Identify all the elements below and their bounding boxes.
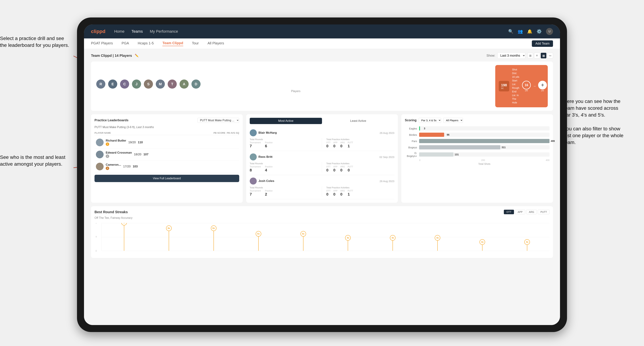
bar-container-birdies: 96 (419, 133, 550, 137)
subnav-hcaps[interactable]: Hcaps 1-5 (138, 41, 154, 46)
tab-least-active[interactable]: Least Active (322, 118, 394, 124)
three-columns: Practice Leaderboards PUTT Must Make Put… (91, 114, 553, 203)
bar-label-dbogeys: D. Bogeys+ (405, 152, 417, 158)
subnav-pgat[interactable]: PGAT Players (91, 41, 113, 46)
bell-icon[interactable]: 🔔 (527, 29, 532, 34)
bar-value-bogeys: 311 (502, 146, 506, 149)
player-act-avatar (250, 177, 257, 184)
bar-label-eagles: Eagles (405, 127, 417, 130)
player-avatar[interactable]: S (144, 79, 153, 89)
player-avatar[interactable]: A (180, 79, 189, 89)
total-practice-section: Total Practice Activities OTT0 APP0 ARG0… (326, 138, 394, 148)
users-icon[interactable]: 👥 (518, 29, 523, 34)
player-act-name: Blair McHarg (258, 131, 378, 135)
lb-player-avatar (96, 151, 104, 158)
tab-most-active[interactable]: Most Active (250, 118, 322, 124)
avatar[interactable]: U (546, 28, 553, 35)
add-team-container: Add Team (532, 40, 553, 47)
bar-label-pars: Pars (405, 140, 417, 143)
team-header: Team Clippd | 14 Players ✏️ Show: Last 3… (91, 52, 553, 59)
subnav-team-clippd[interactable]: Team Clippd (162, 41, 183, 46)
add-team-button[interactable]: Add Team (532, 40, 553, 47)
axis-0: 0 (419, 159, 420, 162)
view-full-leaderboard-button[interactable]: View Full Leaderboard (94, 175, 239, 182)
player-avatar[interactable]: E (108, 79, 117, 89)
chart-axis: 0 200 400 (405, 159, 550, 162)
annotation-top-left: Select a practice drill and seethe leade… (0, 35, 74, 49)
view-card-btn[interactable]: ▦ (541, 53, 546, 58)
bar-fill-dbogeys: 131 (419, 152, 454, 157)
bar-row-eagles: Eagles 3 (405, 126, 550, 131)
player-avatar[interactable]: C (120, 79, 129, 89)
view-detail-btn[interactable]: ≔ (548, 53, 553, 58)
settings-icon[interactable]: ⚙️ (536, 29, 542, 34)
bar-label-bogeys: Bogeys (405, 146, 417, 149)
total-rounds-section: Total Rounds Tournament 7 Practice 6 (250, 138, 318, 148)
nav-my-performance[interactable]: My Performance (150, 29, 178, 34)
nav-items: Home Teams My Performance (114, 29, 508, 34)
drill-select[interactable]: PUTT Must Make Putting ... (198, 118, 239, 123)
team-title: Team Clippd | 14 Players (91, 54, 132, 58)
player-act-header: Blair McHarg 26 Aug 2023 (250, 129, 394, 136)
col-pb-avg: PB AVG SQ (227, 132, 239, 134)
streaks-filter-putt[interactable]: PUTT (538, 210, 550, 214)
subnav-all-players[interactable]: All Players (208, 41, 224, 46)
leaderboard-card: Practice Leaderboards PUTT Must Make Put… (91, 114, 243, 203)
leaderboard-header: Practice Leaderboards PUTT Must Make Put… (94, 118, 239, 123)
subnav-tour[interactable]: Tour (192, 41, 199, 46)
nav-teams[interactable]: Teams (132, 29, 143, 34)
player-act-date: 26 Aug 2023 (380, 180, 394, 183)
player-act-date: 02 Sep 2023 (380, 156, 394, 159)
player-act-name: Josh Coles (258, 179, 378, 183)
bar-container-eagles: 3 (419, 126, 550, 131)
players-row: R E C J S M T A D Players (91, 61, 553, 111)
axis-200: 200 (481, 159, 485, 162)
chart-footer: Total Shots (405, 163, 550, 165)
bar-container-pars: 499 (419, 139, 550, 143)
shot-end-lie: End Lie: In The Hole (512, 90, 519, 105)
bar-fill-bogeys: 311 (419, 145, 500, 149)
streaks-filter-arg[interactable]: ARG (526, 210, 537, 214)
annotation-bottom-left: See who is the most and leastactive amon… (0, 154, 74, 168)
subnav-pga[interactable]: PGA (122, 41, 129, 46)
player-avatar[interactable]: J (132, 79, 141, 89)
scoring-player-filter[interactable]: All Players (443, 118, 463, 123)
lb-player-avatar (96, 163, 104, 170)
bar-row-birdies: Birdies 96 (405, 133, 550, 137)
player-avatar[interactable]: T (168, 79, 177, 89)
bar-row-pars: Pars 499 (405, 139, 550, 143)
bar-value-pars: 499 (551, 140, 555, 142)
view-grid-btn[interactable]: ⊞ (528, 53, 533, 58)
player-act-header: Rees Britt 02 Sep 2023 (250, 154, 394, 161)
scoring-header: Scoring Par 3, 4 & 5s Par 3s Par 4s Par … (405, 118, 550, 123)
lb-player-avatar (96, 139, 104, 146)
nav-home[interactable]: Home (114, 29, 124, 34)
bar-fill-birdies: 96 (419, 133, 444, 137)
shot-info: Shot Dist: 16 yds Start Lie: Rough End L… (512, 68, 519, 105)
lb-score: 18/20 (134, 153, 142, 156)
team-edit-icon[interactable]: ✏️ (135, 54, 138, 57)
player-avatar[interactable]: D (192, 79, 200, 89)
bar-container-bogeys: 311 (419, 145, 550, 149)
player-avatar[interactable]: R (96, 79, 105, 89)
tablet-frame: clippd Home Teams My Performance 🔍 👥 🔔 ⚙… (77, 17, 567, 332)
streaks-filter-app[interactable]: APP (515, 210, 525, 214)
search-icon[interactable]: 🔍 (508, 29, 514, 34)
axis-labels: 0 200 400 (419, 159, 550, 162)
player-act-avatar (250, 154, 257, 161)
leaderboard-row: Richard Butler 1 19/20 110 (94, 137, 239, 149)
shot-circles: 16 yds → 0 yds (522, 81, 547, 92)
streaks-chart: 6 4 0 7x (94, 223, 550, 254)
sub-nav: PGAT Players PGA Hcaps 1-5 Team Clippd T… (84, 38, 560, 49)
lb-player-name: Edward Crossman 2 (106, 151, 132, 158)
view-list-btn[interactable]: ≡ (534, 53, 540, 58)
bar-fill-pars: 499 (419, 139, 550, 143)
shot-circle-2: 0 (538, 81, 547, 89)
bar-row-dbogeys: D. Bogeys+ 131 (405, 152, 550, 158)
player-avatar[interactable]: M (156, 79, 165, 89)
scoring-par-filter[interactable]: Par 3, 4 & 5s Par 3s Par 4s Par 5s (418, 118, 441, 123)
total-practice-section: Total Practice Activities OTT0 APP0 ARG0… (326, 186, 394, 197)
streaks-filter-ott[interactable]: OTT (504, 210, 514, 214)
show-select[interactable]: Last 3 months Last 6 months Last year (497, 52, 525, 59)
lb-player-name: Cameron... 3 (106, 163, 121, 170)
